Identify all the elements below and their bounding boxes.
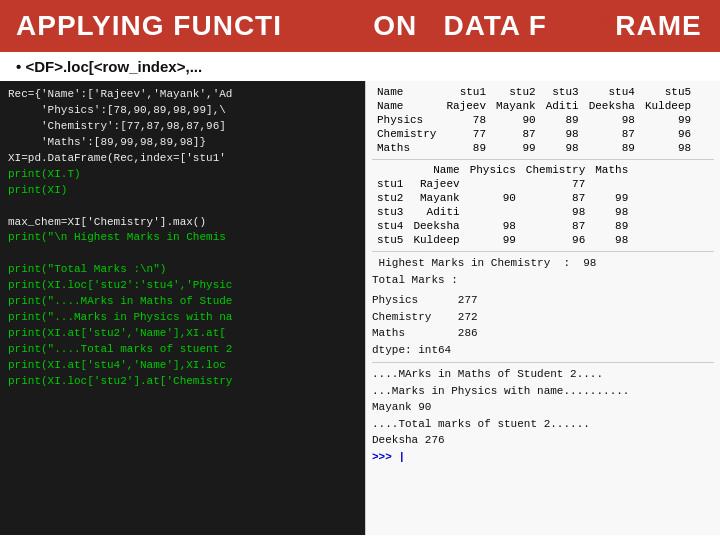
deeksha-276-line: Deeksha 276: [372, 432, 714, 449]
total-marks-label: Total Marks :: [372, 272, 714, 289]
divider: [372, 251, 714, 252]
physics-total: Physics 277: [372, 292, 714, 309]
table-row: stu3 Aditi 98 98: [372, 205, 633, 219]
row-label: Maths: [372, 141, 441, 155]
cell: Mayank: [408, 191, 464, 205]
code-line: print("Total Marks :\n"): [8, 262, 357, 278]
row-label: stu1: [372, 177, 408, 191]
cell: 90: [465, 191, 521, 205]
code-line: Rec={'Name':['Rajeev','Mayank','Ad: [8, 87, 357, 103]
col-header-stu4: stu4: [584, 85, 640, 99]
cell: [465, 205, 521, 219]
code-line: print(XI.T): [8, 167, 357, 183]
marks-physics-line: ...Marks in Physics with name..........: [372, 383, 714, 400]
code-line: print("....MArks in Maths of Stude: [8, 294, 357, 310]
bullet-text: • <DF>.loc[<row_index>,...: [0, 52, 720, 81]
cell: 98: [590, 233, 633, 247]
code-line: print("...Marks in Physics with na: [8, 310, 357, 326]
divider: [372, 362, 714, 363]
code-line: print(XI.at['stu4','Name'],XI.loc: [8, 358, 357, 374]
col-header-physics: Physics: [465, 163, 521, 177]
table-row: stu5 Kuldeep 99 96 98: [372, 233, 633, 247]
cell: 96: [521, 233, 590, 247]
col-header-stu3: stu3: [541, 85, 584, 99]
row-label: stu5: [372, 233, 408, 247]
row-label: stu3: [372, 205, 408, 219]
cell: [465, 177, 521, 191]
prompt-line[interactable]: >>> |: [372, 449, 714, 466]
cell: 78: [441, 113, 491, 127]
code-line: print("\n Highest Marks in Chemis: [8, 230, 357, 246]
normal-table-section: Name Physics Chemistry Maths stu1 Rajeev…: [372, 163, 714, 247]
col-header-stu5: stu5: [640, 85, 696, 99]
col-header-maths: Maths: [590, 163, 633, 177]
transposed-table-section: Name stu1 stu2 stu3 stu4 stu5 Name Rajee…: [372, 85, 714, 155]
cell: Aditi: [408, 205, 464, 219]
cell: 98: [541, 127, 584, 141]
cell: Mayank: [491, 99, 541, 113]
col-header: [372, 163, 408, 177]
header: APPLYING FUNCTIOOOOON DATA FOOORAME: [0, 0, 720, 52]
code-line: print(XI.loc['stu2'].at['Chemistry: [8, 374, 357, 390]
cell: 98: [521, 205, 590, 219]
table-row: Physics 78 90 89 98 99: [372, 113, 696, 127]
table-row: stu1 Rajeev 77: [372, 177, 633, 191]
col-header-stu2: stu2: [491, 85, 541, 99]
table-row: Name Rajeev Mayank Aditi Deeksha Kuldeep: [372, 99, 696, 113]
cell: 98: [541, 141, 584, 155]
mayank-90-line: Mayank 90: [372, 399, 714, 416]
cell: Kuldeep: [640, 99, 696, 113]
code-line: print(XI): [8, 183, 357, 199]
code-line: XI=pd.DataFrame(Rec,index=['stu1': [8, 151, 357, 167]
code-line: [8, 199, 357, 215]
col-header-name: Name: [408, 163, 464, 177]
cell: 96: [640, 127, 696, 141]
cell: 87: [584, 127, 640, 141]
cell: 89: [584, 141, 640, 155]
total-stuent-line: ....Total marks of stuent 2......: [372, 416, 714, 433]
cell: [590, 177, 633, 191]
col-header-chemistry: Chemistry: [521, 163, 590, 177]
table-row: stu4 Deeksha 98 87 89: [372, 219, 633, 233]
cell: 98: [465, 219, 521, 233]
code-line: print(XI.loc['stu2':'stu4','Physic: [8, 278, 357, 294]
cell: Deeksha: [408, 219, 464, 233]
chemistry-total: Chemistry 272: [372, 309, 714, 326]
cell: 99: [590, 191, 633, 205]
cell: 89: [541, 113, 584, 127]
totals-section: Physics 277 Chemistry 272 Maths 286 dtyp…: [372, 292, 714, 358]
code-line: print(XI.at['stu2','Name'],XI.at[: [8, 326, 357, 342]
col-header: Name: [372, 85, 441, 99]
additional-output-section: ....MArks in Maths of Student 2.... ...M…: [372, 366, 714, 465]
main-content: Rec={'Name':['Rajeev','Mayank','Ad 'Phys…: [0, 81, 720, 535]
cell: 98: [640, 141, 696, 155]
cell: Deeksha: [584, 99, 640, 113]
code-line: 'Chemistry':[77,87,98,87,96]: [8, 119, 357, 135]
output-results-section: Highest Marks in Chemistry : 98 Total Ma…: [372, 255, 714, 288]
cell: 99: [491, 141, 541, 155]
code-line: max_chem=XI['Chemistry'].max(): [8, 215, 357, 231]
highest-marks-line: Highest Marks in Chemistry : 98: [372, 255, 714, 272]
cell: Rajeev: [441, 99, 491, 113]
transposed-table: Name stu1 stu2 stu3 stu4 stu5 Name Rajee…: [372, 85, 696, 155]
row-label: Chemistry: [372, 127, 441, 141]
cell: 87: [521, 191, 590, 205]
cell: 89: [590, 219, 633, 233]
code-line: [8, 246, 357, 262]
row-label: Name: [372, 99, 441, 113]
cell: 77: [441, 127, 491, 141]
table-row: stu2 Mayank 90 87 99: [372, 191, 633, 205]
cell: 89: [441, 141, 491, 155]
code-line: 'Maths':[89,99,98,89,98]}: [8, 135, 357, 151]
code-line: print("....Total marks of stuent 2: [8, 342, 357, 358]
code-editor[interactable]: Rec={'Name':['Rajeev','Mayank','Ad 'Phys…: [0, 81, 365, 535]
cell: 77: [521, 177, 590, 191]
row-label: Physics: [372, 113, 441, 127]
cell: Kuldeep: [408, 233, 464, 247]
cell: 87: [521, 219, 590, 233]
cell: 90: [491, 113, 541, 127]
cell: 87: [491, 127, 541, 141]
divider: [372, 159, 714, 160]
dtype-line: dtype: int64: [372, 342, 714, 359]
marks-maths-line: ....MArks in Maths of Student 2....: [372, 366, 714, 383]
